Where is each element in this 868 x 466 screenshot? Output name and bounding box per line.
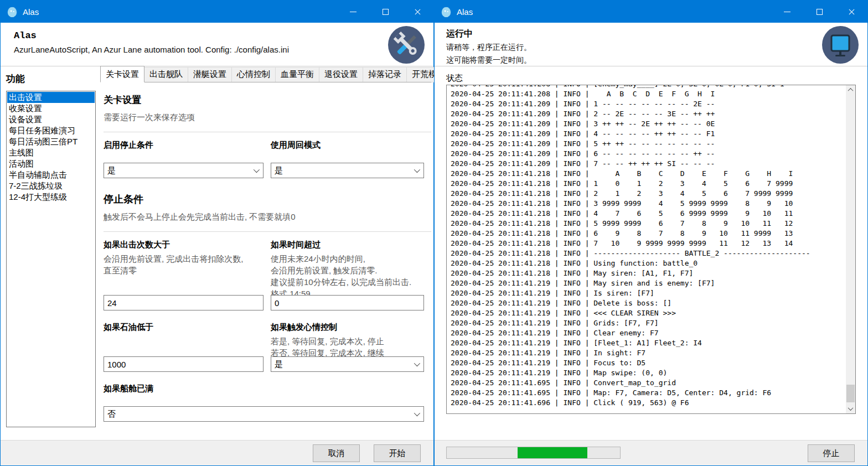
- loop-mode-select[interactable]: 是: [271, 163, 424, 178]
- scroll-thumb[interactable]: [846, 385, 855, 402]
- running-header: 运行中 请稍等，程序正在运行。 这可能将需要一定时间。: [435, 23, 867, 66]
- time-limit-input[interactable]: [271, 295, 424, 310]
- tab-underline: [100, 82, 431, 82]
- sidebar-item[interactable]: 每日活动图三倍PT: [7, 136, 95, 147]
- app-subtitle: AzurLaneAutoScript, An Azur Lane automat…: [14, 45, 433, 54]
- chevron-down-icon: [414, 410, 420, 416]
- emotion-control-select[interactable]: 是: [271, 356, 424, 372]
- minimize-button[interactable]: [771, 1, 803, 23]
- monitor-icon: [822, 26, 859, 64]
- section-title: 关卡设置: [104, 94, 431, 106]
- titlebar-app-name: Alas: [457, 7, 473, 17]
- log-scrollbar[interactable]: [846, 85, 855, 413]
- section-subtitle: 需要运行一次来保存选项: [104, 112, 431, 123]
- maximize-icon: [383, 9, 389, 15]
- window-running: Alas 运行中 请稍等，程序正在运行。 这可能将需要一定时间。 状态 2020…: [434, 0, 868, 466]
- tab-5[interactable]: 血量平衡: [276, 67, 319, 82]
- dock-full-label: 如果船舱已满: [104, 384, 431, 394]
- close-button[interactable]: [401, 1, 433, 23]
- sidebar-item[interactable]: 活动图: [7, 158, 95, 169]
- dock-full-select[interactable]: 否: [104, 406, 424, 422]
- close-button[interactable]: [835, 1, 867, 23]
- running-line-1: 请稍等，程序正在运行。: [446, 43, 867, 53]
- loop-mode-value: 是: [275, 165, 283, 176]
- minimize-icon: [784, 12, 790, 12]
- emotion-control-value: 是: [275, 359, 283, 370]
- tab-6[interactable]: 退役设置: [319, 67, 363, 82]
- tab-4[interactable]: 心情控制: [232, 67, 276, 82]
- app-logo-icon: [6, 6, 18, 18]
- app-header: Alas AzurLaneAutoScript, An Azur Lane au…: [1, 23, 433, 66]
- attack-count-input[interactable]: [104, 295, 264, 310]
- titlebar: Alas: [435, 1, 867, 23]
- emotion-control-desc: 若是, 等待回复, 完成本次, 停止 若否, 等待回复, 完成本次, 继续: [271, 335, 424, 359]
- running-line-2: 这可能将需要一定时间。: [446, 55, 867, 65]
- settings-form: 关卡设置 需要运行一次来保存选项 启用停止条件 使用周回模式 是 是 停止条件 …: [100, 94, 431, 422]
- app-title: Alas: [14, 30, 433, 41]
- scroll-up-button[interactable]: [846, 85, 855, 95]
- log-clip: 2020-04-25 20:11:41.208 | INFO | [enemy_…: [447, 85, 846, 413]
- attack-count-desc: 会沿用先前设置, 完成出击将扣除次数, 直至清零: [104, 253, 264, 276]
- stop-condition-desc: 触发后不会马上停止会先完成当前出击, 不需要就填0: [104, 212, 431, 222]
- time-limit-label: 如果时间超过: [271, 240, 424, 250]
- tab-7[interactable]: 掉落记录: [363, 67, 407, 82]
- enable-stop-label: 启用停止条件: [104, 140, 264, 151]
- titlebar: Alas: [1, 1, 433, 23]
- sidebar-item[interactable]: 收菜设置: [7, 103, 95, 114]
- sidebar-item[interactable]: 7-2三战拣垃圾: [7, 180, 95, 191]
- divider: [104, 132, 431, 132]
- minimize-button[interactable]: [337, 1, 369, 23]
- left-footer: 取消 开始: [1, 440, 433, 465]
- chevron-down-icon: [414, 167, 420, 173]
- maximize-icon: [817, 9, 823, 15]
- close-icon: [848, 8, 855, 15]
- tab-1[interactable]: 关卡设置: [100, 66, 144, 82]
- enable-stop-value: 是: [107, 165, 116, 176]
- wrench-screwdriver-icon: [388, 26, 425, 64]
- enable-stop-select[interactable]: 是: [104, 163, 264, 178]
- sidebar-item[interactable]: 设备设置: [7, 114, 95, 125]
- titlebar-app-name: Alas: [23, 7, 39, 17]
- sidebar-item[interactable]: 12-4打大型练级: [7, 191, 95, 203]
- emotion-control-label: 如果触发心情控制: [271, 322, 424, 333]
- loop-mode-label: 使用周回模式: [271, 140, 424, 151]
- dock-full-value: 否: [107, 409, 116, 420]
- chevron-down-icon: [414, 360, 420, 366]
- sidebar-item[interactable]: 出击设置: [7, 92, 95, 103]
- chevron-down-icon: [848, 405, 854, 411]
- scroll-down-button[interactable]: [846, 404, 855, 413]
- oil-below-input[interactable]: [104, 356, 264, 372]
- function-list[interactable]: 出击设置收菜设置设备设置每日任务困难演习每日活动图三倍PT主线图活动图半自动辅助…: [6, 91, 96, 427]
- oil-below-label: 如果石油低于: [104, 322, 264, 333]
- window-settings: Alas Alas AzurLaneAutoScript, An Azur La…: [0, 0, 434, 466]
- app-logo-icon: [440, 6, 452, 18]
- sidebar: 功能 出击设置收菜设置设备设置每日任务困难演习每日活动图三倍PT主线图活动图半自…: [6, 70, 96, 427]
- attack-count-label: 如果出击次数大于: [104, 240, 264, 250]
- status-label: 状态: [446, 73, 463, 84]
- main-panel: 关卡设置出击舰队潜艇设置心情控制血量平衡退役设置掉落记录开荒模式 关卡设置 需要…: [100, 68, 431, 422]
- maximize-button[interactable]: [803, 1, 835, 23]
- log-box[interactable]: 2020-04-25 20:11:41.208 | INFO | [enemy_…: [446, 85, 856, 414]
- chevron-up-icon: [848, 88, 854, 94]
- sidebar-item[interactable]: 每日任务困难演习: [7, 125, 95, 136]
- divider: [104, 231, 431, 232]
- progress-bar: [446, 447, 621, 459]
- maximize-button[interactable]: [369, 1, 401, 23]
- tab-bar: 关卡设置出击舰队潜艇设置心情控制血量平衡退役设置掉落记录开荒模式: [100, 68, 431, 82]
- minimize-icon: [350, 12, 356, 12]
- right-footer: 停止: [435, 440, 867, 465]
- log-text: 2020-04-25 20:11:41.208 | INFO | [enemy_…: [447, 85, 846, 408]
- sidebar-item[interactable]: 主线图: [7, 147, 95, 158]
- tab-3[interactable]: 潜艇设置: [188, 67, 232, 82]
- stop-condition-title: 停止条件: [104, 193, 431, 206]
- tab-2[interactable]: 出击舰队: [144, 67, 188, 82]
- close-icon: [414, 8, 421, 15]
- time-limit-desc: 使用未来24小时内的时间, 会沿用先前设置, 触发后清零. 建议提前10分钟左右…: [271, 253, 424, 299]
- cancel-button[interactable]: 取消: [313, 444, 360, 462]
- running-title: 运行中: [446, 28, 867, 40]
- sidebar-item[interactable]: 半自动辅助点击: [7, 169, 95, 180]
- start-button[interactable]: 开始: [374, 444, 421, 462]
- stop-button[interactable]: 停止: [808, 444, 855, 462]
- sidebar-heading: 功能: [6, 73, 96, 85]
- chevron-down-icon: [254, 167, 260, 173]
